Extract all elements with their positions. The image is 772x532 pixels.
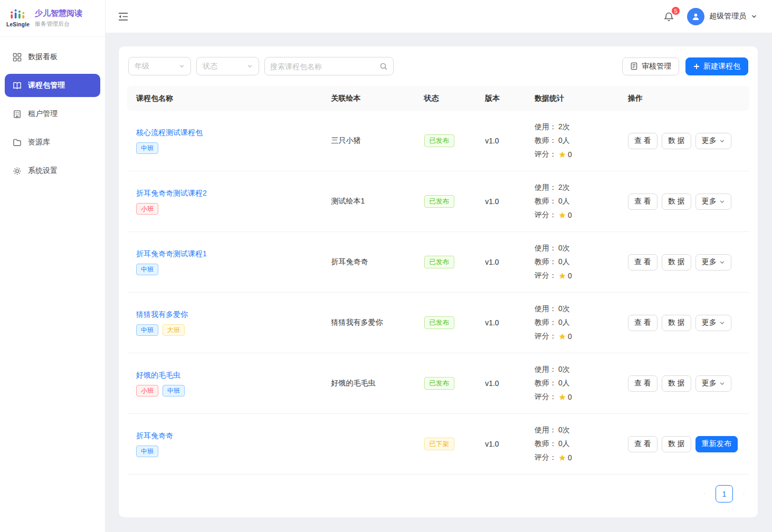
data-button[interactable]: 数 据 (662, 375, 691, 392)
user-menu[interactable]: 超级管理员 (687, 8, 757, 25)
more-button[interactable]: 更多 (695, 375, 731, 392)
teacher-stat: 教师：0人 (535, 379, 619, 388)
status-filter-select[interactable]: 状态 (196, 57, 259, 75)
table-row: 折耳兔奇奇测试课程1 中班 折耳兔奇奇 已发布 v1.0 使用：0次 教师：0人… (127, 232, 749, 293)
sidebar-item-label: 资源库 (28, 138, 50, 147)
more-button[interactable]: 更多 (695, 133, 731, 149)
grade-tag: 中班 (136, 264, 158, 275)
app-subtitle: 服务管理后台 (35, 20, 82, 28)
usage-value: 0次 (558, 365, 570, 374)
data-button[interactable]: 数 据 (662, 133, 691, 149)
collapse-sidebar-icon[interactable] (118, 12, 128, 21)
audit-button-label: 审核管理 (642, 62, 671, 71)
search-icon[interactable] (379, 62, 388, 71)
rating-label: 评分： (535, 392, 557, 402)
data-label: 数 据 (668, 318, 685, 327)
more-label: 更多 (702, 136, 717, 146)
data-button[interactable]: 数 据 (662, 436, 691, 452)
data-button[interactable]: 数 据 (662, 315, 691, 331)
package-name-link[interactable]: 猜猜我有多爱你 (136, 310, 188, 320)
pagination-prev-icon[interactable] (701, 490, 708, 497)
usage-value: 2次 (558, 183, 570, 192)
book-cell: 好饿的毛毛虫 (322, 379, 415, 388)
package-name-link[interactable]: 折耳兔奇奇测试课程2 (136, 189, 207, 198)
library-icon (13, 138, 22, 147)
usage-label: 使用： (535, 365, 557, 374)
sidebar-item-settings[interactable]: 系统设置 (5, 159, 100, 182)
data-button[interactable]: 数 据 (662, 194, 691, 210)
pagination-next-icon[interactable] (740, 490, 747, 497)
sidebar-item-course-packages[interactable]: 课程包管理 (5, 74, 100, 97)
grade-tag: 小班 (136, 203, 158, 215)
package-name-link[interactable]: 核心流程测试课程包 (136, 128, 203, 138)
usage-stat: 使用：0次 (535, 244, 619, 253)
republish-label: 重新发布 (702, 439, 731, 449)
more-button[interactable]: 更多 (695, 194, 731, 210)
actions-cell: 查 看 数 据 更多 (619, 315, 749, 331)
pagination-page-1[interactable]: 1 (716, 485, 733, 502)
package-name-link[interactable]: 折耳兔奇奇 (136, 431, 173, 441)
app-title: 少儿智慧阅读 (35, 8, 82, 18)
grade-filter-select[interactable]: 年级 (128, 57, 191, 75)
more-button[interactable]: 更多 (695, 315, 731, 331)
teacher-label: 教师： (535, 318, 557, 327)
rating-value: 0 (568, 150, 572, 159)
republish-button[interactable]: 重新发布 (695, 436, 738, 452)
view-button[interactable]: 查 看 (628, 254, 657, 270)
status-badge: 已发布 (424, 377, 455, 390)
usage-value: 0次 (558, 425, 570, 435)
course-package-card: 年级 状态 审核管理 (119, 46, 758, 517)
teacher-stat: 教师：0人 (535, 439, 619, 449)
more-label: 更多 (702, 379, 717, 388)
notifications-button[interactable]: 5 (661, 9, 676, 24)
stats-cell: 使用：0次 教师：0人 评分：0 (526, 365, 619, 402)
package-name-link[interactable]: 折耳兔奇奇测试课程1 (136, 249, 207, 259)
package-name-link[interactable]: 好饿的毛毛虫 (136, 371, 180, 380)
chevron-down-icon (719, 138, 725, 144)
create-course-package-button[interactable]: 新建课程包 (685, 57, 748, 75)
rating-stat: 评分：0 (535, 453, 619, 462)
data-label: 数 据 (668, 379, 685, 388)
rating-label: 评分： (535, 150, 557, 159)
view-button[interactable]: 查 看 (628, 375, 657, 392)
audit-management-button[interactable]: 审核管理 (622, 57, 679, 75)
view-button[interactable]: 查 看 (628, 315, 657, 331)
column-header-version: 版本 (476, 94, 526, 103)
status-cell: 已发布 (415, 195, 476, 208)
rating-label: 评分： (535, 210, 557, 220)
table-row: 折耳兔奇奇测试课程2 小班 测试绘本1 已发布 v1.0 使用：2次 教师：0人… (127, 171, 749, 232)
teacher-value: 0人 (558, 197, 570, 206)
chevron-down-icon (719, 199, 725, 205)
grade-tag: 小班 (136, 385, 158, 396)
plus-icon (693, 63, 700, 70)
grade-tag: 中班 (136, 142, 158, 154)
teacher-value: 0人 (558, 257, 570, 267)
more-button[interactable]: 更多 (695, 254, 731, 270)
view-label: 查 看 (634, 136, 651, 146)
data-button[interactable]: 数 据 (662, 254, 691, 270)
star-icon (558, 393, 566, 401)
column-header-actions: 操作 (619, 94, 749, 103)
search-input[interactable] (270, 62, 379, 71)
header-right: 5 超级管理员 (661, 8, 757, 25)
more-label: 更多 (702, 318, 717, 327)
sidebar-item-tenants[interactable]: 租户管理 (5, 102, 100, 125)
sidebar-item-label: 数据看板 (28, 52, 58, 62)
app-logo: LeSingle 少儿智慧阅读 服务管理后台 (0, 0, 105, 37)
rating-value: 0 (568, 332, 572, 341)
stats-cell: 使用：0次 教师：0人 评分：0 (526, 304, 619, 341)
sidebar-item-resources[interactable]: 资源库 (5, 131, 100, 154)
version-cell: v1.0 (476, 318, 526, 327)
view-button[interactable]: 查 看 (628, 133, 657, 149)
teacher-label: 教师： (535, 439, 557, 449)
usage-value: 0次 (558, 304, 570, 314)
name-cell: 折耳兔奇奇测试课程1 中班 (127, 249, 322, 275)
view-button[interactable]: 查 看 (628, 436, 657, 452)
teacher-label: 教师： (535, 257, 557, 267)
usage-stat: 使用：0次 (535, 365, 619, 374)
sidebar-item-dashboard[interactable]: 数据看板 (5, 45, 100, 69)
view-button[interactable]: 查 看 (628, 194, 657, 210)
view-label: 查 看 (634, 197, 651, 206)
logo-mark: LeSingle (6, 9, 30, 27)
teacher-value: 0人 (558, 318, 570, 327)
